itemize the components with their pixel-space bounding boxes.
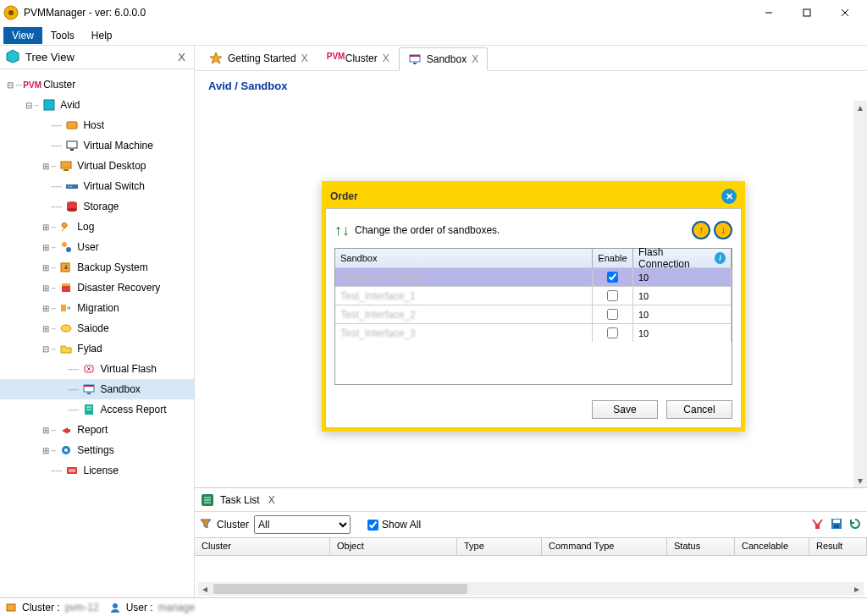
col-enable[interactable]: Enable (593, 249, 633, 267)
pvm-icon: PVM (327, 52, 340, 65)
col-object[interactable]: Object (330, 538, 457, 555)
task-filter-bar: Cluster All Show All (195, 512, 867, 537)
save-disk-icon[interactable] (830, 517, 843, 533)
save-button[interactable]: Save (592, 400, 658, 419)
expander-icon[interactable]: ⊞ (41, 162, 51, 171)
col-cluster[interactable]: Cluster (195, 538, 330, 555)
user-cog-icon (58, 239, 74, 255)
cluster-select[interactable]: All (254, 515, 351, 534)
tab-bar: Getting Started X PVM Cluster X Sandbox … (195, 46, 867, 71)
grid-row[interactable]: Test_Interface_210 (335, 305, 732, 323)
col-flash[interactable]: Flash Connectioni (633, 249, 732, 267)
expander-icon[interactable]: ⊟ (5, 80, 15, 90)
col-type[interactable]: Type (457, 538, 542, 555)
close-icon[interactable]: X (301, 52, 308, 64)
tab-label: Sandbox (427, 53, 467, 65)
status-user-label: User : (126, 602, 153, 613)
refresh-icon[interactable] (848, 517, 862, 533)
svg-rect-41 (413, 63, 417, 64)
tree-vflash[interactable]: ·······Virtual Flash (0, 359, 194, 379)
tree-host[interactable]: ·······Host (0, 115, 194, 135)
user-icon (109, 602, 121, 613)
gear-icon (58, 443, 74, 458)
close-icon[interactable]: X (472, 53, 478, 65)
tree-vswitch[interactable]: ·······Virtual Switch (0, 176, 194, 196)
dialog-title: Order (330, 190, 358, 202)
dialog-header[interactable]: Order ✕ (325, 184, 742, 208)
expander-icon[interactable]: ⊞ (41, 324, 51, 333)
expander-icon[interactable]: ⊞ (41, 243, 51, 252)
tree-backup[interactable]: ⊞···Backup System (0, 257, 194, 278)
vertical-scrollbar[interactable]: ▴▾ (853, 101, 867, 487)
task-columns: Cluster Object Type Command Type Status … (195, 537, 867, 556)
expander-icon[interactable]: ⊞ (41, 426, 51, 435)
tree-vm[interactable]: ·······Virtual Machine (0, 135, 194, 156)
col-sandbox[interactable]: Sandbox (335, 249, 593, 267)
filter-label: Cluster (217, 519, 249, 531)
expander-icon[interactable]: ⊞ (41, 304, 51, 313)
cancel-button[interactable]: Cancel (666, 400, 732, 419)
move-up-button[interactable]: ↑ (692, 221, 710, 239)
tree-view[interactable]: ⊟····PVMCluster ⊟···Avid ·······Host ···… (0, 69, 194, 597)
menu-help[interactable]: Help (83, 27, 121, 44)
enable-checkbox[interactable] (607, 290, 618, 301)
tab-getting-started[interactable]: Getting Started X (200, 47, 318, 70)
expander-icon[interactable]: ⊞ (41, 283, 51, 293)
enable-checkbox[interactable] (607, 309, 618, 320)
grid-row[interactable]: Windows_Security10 (335, 267, 732, 286)
content-body: ▴▾ Order ✕ ↑↓ Change the order of sandbo… (195, 101, 867, 487)
col-command[interactable]: Command Type (542, 538, 667, 555)
expander-icon[interactable]: ⊟ (24, 101, 34, 110)
info-icon[interactable]: i (715, 252, 726, 264)
clear-icon[interactable] (811, 517, 825, 533)
expander-icon[interactable]: ⊞ (41, 446, 51, 455)
maximize-button[interactable] (787, 0, 826, 25)
expander-icon[interactable]: ⊟ (41, 344, 51, 354)
tree-license[interactable]: ·······License (0, 460, 194, 481)
show-all-checkbox[interactable]: Show All (367, 519, 421, 531)
col-cancelable[interactable]: Cancelable (735, 538, 809, 555)
dialog-close-button[interactable]: ✕ (721, 189, 737, 204)
grid-header: Sandbox Enable Flash Connectioni (335, 249, 732, 267)
tab-sandbox[interactable]: Sandbox X (399, 47, 488, 71)
sidebar-close[interactable]: X (174, 51, 189, 63)
minimize-button[interactable] (749, 0, 787, 25)
tree-vdesktop[interactable]: ⊞···Virtual Desktop (0, 156, 194, 176)
tab-label: Getting Started (228, 52, 296, 64)
col-status[interactable]: Status (667, 538, 735, 555)
sandbox-grid[interactable]: Sandbox Enable Flash Connectioni Windows… (334, 248, 732, 385)
tree-fylad[interactable]: ⊟···Fylad (0, 338, 194, 359)
tree-settings[interactable]: ⊞···Settings (0, 440, 194, 460)
tree-storage[interactable]: ·······Storage (0, 196, 194, 217)
breadcrumb: Avid / Sandbox (195, 71, 867, 101)
tab-cluster[interactable]: PVM Cluster X (318, 47, 399, 70)
enable-checkbox[interactable] (607, 272, 618, 283)
desktop-icon (58, 158, 74, 173)
tree-cluster[interactable]: ⊟····PVMCluster (0, 74, 194, 95)
enable-checkbox[interactable] (607, 327, 618, 338)
move-down-button[interactable]: ↓ (714, 221, 732, 239)
col-result[interactable]: Result (809, 538, 867, 555)
tree-user[interactable]: ⊞···User (0, 237, 194, 257)
tree-sandbox[interactable]: ·······Sandbox (0, 379, 194, 399)
order-dialog: Order ✕ ↑↓ Change the order of sandboxes… (322, 181, 745, 432)
close-button[interactable] (826, 0, 864, 25)
menu-tools[interactable]: Tools (42, 27, 83, 44)
grid-row[interactable]: Test_Interface_310 (335, 323, 732, 342)
tree-avid[interactable]: ⊟···Avid (0, 95, 194, 115)
svg-rect-47 (833, 520, 840, 523)
tree-access[interactable]: ·······Access Report (0, 399, 194, 420)
tree-report[interactable]: ⊞···Report (0, 420, 194, 440)
tree-migration[interactable]: ⊞···Migration (0, 298, 194, 318)
tree-log[interactable]: ⊞···Log (0, 217, 194, 237)
grid-row[interactable]: Test_Interface_110 (335, 286, 732, 305)
expander-icon[interactable]: ⊞ (41, 223, 51, 232)
menu-view[interactable]: View (3, 27, 42, 44)
task-close[interactable]: X (268, 494, 275, 506)
horizontal-scrollbar[interactable]: ◂▸ (198, 582, 864, 596)
svg-marker-6 (7, 50, 19, 63)
close-icon[interactable]: X (383, 52, 389, 64)
tree-saiode[interactable]: ⊞···Saiode (0, 318, 194, 338)
expander-icon[interactable]: ⊞ (41, 263, 51, 272)
tree-dr[interactable]: ⊞···Disaster Recovery (0, 278, 194, 298)
